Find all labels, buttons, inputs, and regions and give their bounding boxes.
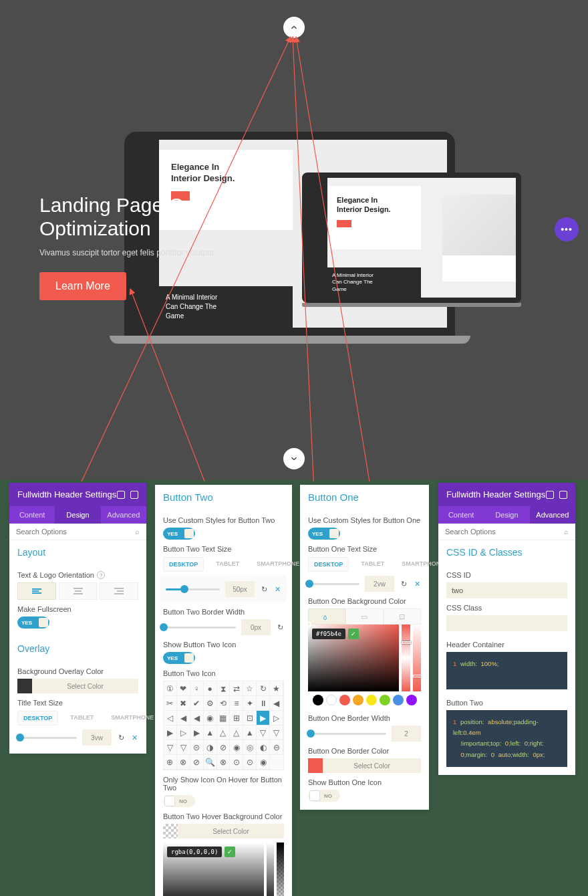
select-color-button[interactable]: Select Color	[32, 679, 138, 693]
icon-option[interactable]: ⚙	[204, 696, 217, 711]
confirm-icon[interactable]: ✓	[348, 629, 359, 639]
color-picker-canvas[interactable]: rgba(0,0,0,0) ✓	[163, 843, 264, 896]
preset-swatch[interactable]	[353, 695, 363, 705]
confirm-icon[interactable]: ✓	[225, 847, 235, 857]
icon-option[interactable]: ◉	[204, 711, 217, 725]
preset-swatch[interactable]	[326, 695, 337, 705]
device-tablet[interactable]: TABLET	[210, 557, 245, 572]
icon-option[interactable]: ⊝	[190, 740, 204, 755]
clear-icon[interactable]: ✕	[273, 585, 281, 593]
reset-icon[interactable]: ↻	[117, 734, 125, 742]
collapse-icon[interactable]	[546, 491, 554, 499]
align-center-icon[interactable]	[59, 582, 98, 600]
device-desktop[interactable]: DESKTOP	[17, 711, 58, 725]
icon-option[interactable]: ⊘	[217, 740, 231, 755]
icon-option[interactable]: ⊡	[243, 711, 257, 725]
select-color-button[interactable]: Select Color	[323, 758, 421, 773]
icon-option[interactable]: ◎	[243, 740, 257, 755]
icon-option[interactable]: △	[217, 725, 231, 740]
icon-option[interactable]: ✔	[190, 696, 204, 711]
icon-option[interactable]: ◉	[257, 755, 270, 770]
icon-option[interactable]: ⊖	[270, 740, 283, 755]
device-tablet[interactable]: TABLET	[355, 557, 390, 572]
text-size-value[interactable]: 2vw	[365, 576, 394, 592]
show-icon-toggle[interactable]: YES	[163, 652, 195, 664]
tab-advanced[interactable]: Advanced	[530, 506, 575, 524]
search-input[interactable]	[16, 528, 135, 536]
gradient-tab[interactable]: ▭	[345, 608, 383, 625]
color-swatch[interactable]	[17, 679, 32, 693]
preset-swatch[interactable]	[339, 695, 350, 705]
tab-content[interactable]: Content	[9, 506, 55, 524]
icon-option[interactable]: ⊙	[230, 755, 243, 770]
tab-design[interactable]: Design	[484, 506, 529, 524]
select-color-button[interactable]: Select Color	[178, 824, 284, 838]
header-container-code[interactable]: 1 width: 100%;	[446, 652, 567, 689]
icon-option[interactable]: ◐	[257, 740, 270, 755]
icon-option[interactable]: ▶	[190, 725, 204, 740]
icon-option[interactable]: ★	[270, 681, 283, 696]
device-phone[interactable]: SMARTPHONE	[106, 711, 159, 725]
device-desktop[interactable]: DESKTOP	[163, 557, 204, 572]
icon-option[interactable]: ⊙	[243, 755, 257, 770]
color-value-input[interactable]: #f05b4e	[312, 629, 345, 639]
show-icon-toggle[interactable]: NO	[308, 790, 340, 802]
icon-option[interactable]: ✖	[177, 696, 190, 711]
icon-option[interactable]: ▶	[164, 725, 177, 740]
hover-only-toggle[interactable]: NO	[163, 795, 195, 807]
tab-design[interactable]: Design	[55, 506, 100, 524]
tab-content[interactable]: Content	[438, 506, 484, 524]
color-lightness-slider[interactable]	[413, 625, 421, 691]
icon-option[interactable]: ✦	[243, 696, 257, 711]
border-width-value[interactable]: 0px	[241, 619, 271, 635]
icon-option[interactable]: ▦	[217, 711, 231, 725]
title-size-value[interactable]: 3vw	[82, 730, 112, 746]
icon-option[interactable]: 🔍	[204, 755, 217, 770]
icon-option[interactable]: ▽	[164, 740, 177, 755]
border-width-slider[interactable]	[163, 627, 236, 629]
icon-option[interactable]: ▷	[177, 725, 190, 740]
collapse-icon[interactable]	[117, 491, 125, 499]
icon-option[interactable]: ⟲	[217, 696, 231, 711]
icon-option[interactable]: ⧗	[217, 681, 231, 696]
icon-option[interactable]: ❤	[177, 681, 190, 696]
icon-option[interactable]: ◁	[164, 711, 177, 725]
icon-option[interactable]: ◀	[270, 696, 283, 711]
icon-option[interactable]: ①	[164, 681, 177, 696]
css-id-input[interactable]	[446, 582, 567, 598]
icon-option[interactable]: ⊘	[190, 755, 204, 770]
icon-option[interactable]: ⏸	[257, 696, 270, 711]
icon-option[interactable]: ⊞	[230, 711, 243, 725]
image-tab[interactable]: ⊡	[384, 608, 421, 625]
alpha-slider[interactable]	[277, 843, 284, 896]
icon-option[interactable]: ▽	[270, 725, 283, 740]
custom-styles-toggle[interactable]: YES	[308, 528, 340, 540]
text-size-value[interactable]: 50px	[225, 581, 255, 597]
expand-icon[interactable]	[559, 491, 567, 499]
reset-icon[interactable]: ↻	[260, 585, 268, 593]
color-swatch[interactable]	[308, 758, 323, 773]
custom-styles-toggle[interactable]: YES	[163, 528, 195, 540]
clear-icon[interactable]: ✕	[130, 734, 138, 742]
device-tablet[interactable]: TABLET	[65, 711, 99, 725]
preset-swatch[interactable]	[366, 695, 377, 705]
tab-advanced[interactable]: Advanced	[101, 506, 146, 524]
reset-icon[interactable]: ↻	[400, 580, 408, 588]
fullscreen-toggle[interactable]: YES	[17, 617, 49, 629]
text-size-slider[interactable]	[308, 583, 359, 585]
icon-option[interactable]: ▽	[177, 740, 190, 755]
icon-option[interactable]: ●	[204, 681, 217, 696]
icon-option[interactable]: ⊗	[217, 755, 231, 770]
icon-option[interactable]: ▷	[270, 711, 283, 725]
icon-option[interactable]: △	[230, 725, 243, 740]
icon-option[interactable]: ▽	[257, 725, 270, 740]
preset-swatch[interactable]	[406, 695, 417, 705]
learn-more-button[interactable]: Learn More	[39, 272, 126, 300]
panel-header[interactable]: Fullwidth Header Settings	[438, 483, 575, 506]
icon-option[interactable]: ◑	[204, 740, 217, 755]
help-icon[interactable]: ?	[97, 571, 105, 579]
button-two-code[interactable]: 1 position: absolute;padding-left:0.4em …	[446, 710, 567, 767]
icon-option[interactable]: ◀	[177, 711, 190, 725]
preset-swatch[interactable]	[393, 695, 404, 705]
hue-slider[interactable]	[402, 625, 410, 691]
